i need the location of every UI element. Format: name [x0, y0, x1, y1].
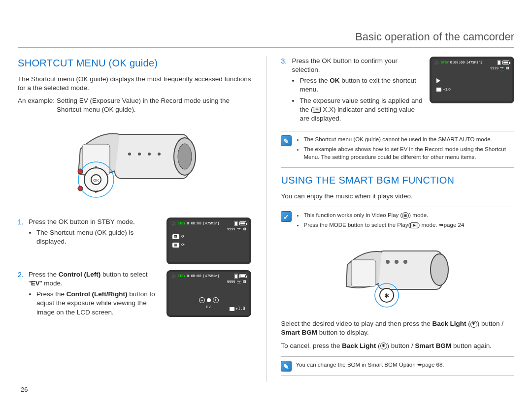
svg-text:T: T	[95, 166, 98, 169]
step-3: Press the OK button to confirm your sele…	[281, 57, 514, 125]
svg-point-2	[178, 144, 192, 169]
ev-indicator-icon: ☀	[313, 107, 321, 113]
camcorder-illustration-2: ✱	[281, 241, 514, 312]
right-column: Press the OK button to confirm your sele…	[281, 57, 514, 382]
step-2: Press the Control (Left) button to selec…	[18, 270, 251, 319]
video-play-mode-icon: ▣	[402, 212, 409, 219]
note-icon-3	[281, 361, 292, 372]
play-icon	[436, 78, 440, 83]
svg-point-12	[128, 153, 131, 156]
note1-item2: The example above shows how to set EV in…	[303, 145, 514, 161]
step2-main: Press the Control (Left) button to selec…	[29, 271, 148, 287]
screen3-remain: [475Min]	[466, 61, 483, 65]
note-icon	[281, 135, 292, 146]
example-note: An example: Setting EV (Exposure Value) …	[18, 96, 251, 114]
screen3-ev: +1.0	[443, 87, 451, 93]
bgm-intro: You can enjoy the music when it plays vi…	[281, 192, 514, 201]
step3-bullet1: Press the OK button to exit the shortcut…	[299, 76, 425, 94]
ev-value: +1.0	[230, 307, 245, 312]
note2-item2: Press the MODE button to select the Play…	[303, 221, 464, 229]
example-label: An example:	[18, 96, 55, 114]
step2-bullet1: Press the Control (Left/Right) button to…	[36, 290, 162, 317]
ev-label: EV	[206, 305, 211, 310]
note3-text: You can change the BGM in Smart BGM Opti…	[296, 361, 514, 372]
svg-point-17	[431, 254, 448, 285]
step1-bullet1: The Shortcut menu (OK guide) is displaye…	[36, 228, 162, 246]
screen1-stby: STBY	[178, 221, 186, 226]
shortcut-menu-heading: SHORTCUT MENU (OK guide)	[18, 57, 251, 70]
svg-text:✱: ✱	[384, 292, 389, 299]
screen2-remain: [475Min]	[203, 274, 220, 279]
svg-text:W: W	[94, 190, 98, 193]
svg-point-14	[148, 153, 151, 156]
step3-main: Press the OK button to confirm your sele…	[292, 57, 398, 73]
lcd-screen-1: 🎥 STBY 0:00:00 [475Min] 🂠 9999📷🖼 🖼⟳ ▦⟳	[166, 218, 251, 264]
note-box-1: The Shortcut menu (OK guide) cannot be u…	[281, 131, 514, 167]
shortcut-intro: The Shortcut menu (OK guide) displays th…	[18, 75, 251, 93]
screen1-count: 9999	[227, 227, 235, 232]
screen2-stby: STBY	[178, 274, 186, 279]
svg-point-22	[386, 260, 390, 264]
page-header-title: Basic operation of the camcorder	[18, 30, 514, 48]
note2-item1: This function works only in Video Play (…	[303, 211, 464, 219]
check-note-icon	[281, 211, 292, 222]
note-box-3: You can change the BGM in Smart BGM Opti…	[281, 356, 514, 376]
select-para: Select the desired video to play and the…	[281, 319, 514, 337]
lcd-screen-3: 🎥 STBY 0:00:00 [475Min] 🂠 9999📷🖼 +1.0	[430, 57, 514, 103]
play-mode-icon: ▶	[410, 222, 418, 228]
backlight-icon: ✱	[470, 321, 477, 328]
cancel-para: To cancel, press the Back Light (✱) butt…	[281, 342, 514, 350]
svg-point-23	[395, 260, 399, 264]
example-text: Setting EV (Exposure Value) in the Recor…	[57, 96, 251, 114]
screen1-time: 0:00:00	[187, 221, 201, 226]
svg-point-13	[138, 153, 141, 156]
note1-item1: The Shortcut menu (OK guide) cannot be u…	[303, 135, 514, 143]
screen3-count: 9999	[490, 66, 499, 71]
backlight-icon-2: ✱	[380, 343, 387, 349]
step3-bullet2: The exposure value setting is applied an…	[299, 96, 425, 124]
smart-bgm-heading: USING THE SMART BGM FUNCTION	[281, 174, 514, 187]
column-divider	[266, 56, 266, 382]
step1-main: Press the OK button in STBY mode.	[29, 218, 135, 225]
svg-point-15	[158, 153, 161, 156]
page-number: 26	[21, 385, 28, 394]
note-box-2: This function works only in Video Play (…	[281, 207, 514, 235]
svg-point-24	[403, 260, 407, 264]
screen2-count: 9999	[227, 280, 235, 284]
left-column: SHORTCUT MENU (OK guide) The Shortcut me…	[18, 57, 251, 382]
step-1: Press the OK button in STBY mode. The Sh…	[18, 218, 251, 264]
screen1-remain: [475Min]	[203, 221, 220, 226]
svg-text:OK: OK	[93, 178, 99, 183]
screen3-time: 0:00:00	[450, 61, 465, 65]
camcorder-illustration-1: OK T W	[18, 120, 251, 211]
svg-rect-18	[351, 260, 376, 286]
screen3-stby: STBY	[441, 61, 449, 65]
lcd-screen-2: 🎥 STBY 0:00:00 [475Min] 🂠 9999📷🖼 −+ EV +…	[166, 270, 251, 317]
svg-point-11	[78, 186, 83, 191]
screen2-time: 0:00:00	[187, 274, 201, 279]
svg-point-10	[78, 169, 83, 174]
ev-slider: −+	[199, 297, 219, 303]
